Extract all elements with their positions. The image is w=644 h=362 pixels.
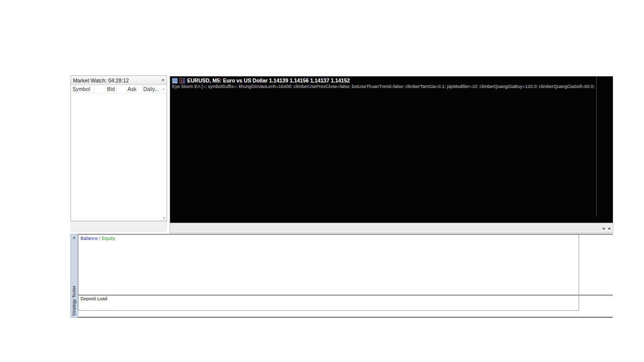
deposit-svg: [78, 296, 579, 309]
market-watch-panel: Market Watch: 04:28:12 × Symbol Bid Ask …: [70, 75, 167, 232]
market-watch-rows: ˅: [71, 94, 167, 222]
column-daily[interactable]: Daily...: [138, 86, 160, 92]
tester-value-axis: [587, 234, 612, 314]
chart-tab-bar: ◂ ▸: [170, 223, 613, 233]
divider: [78, 317, 613, 318]
time-axis[interactable]: [170, 216, 613, 223]
tab-scroll-left-icon[interactable]: ◂: [602, 226, 605, 231]
strategy-tester-panel: × Strategy Tester Balance / Equity Depos…: [70, 234, 613, 319]
close-icon[interactable]: ×: [162, 77, 165, 83]
legend-equity: Equity: [102, 235, 115, 241]
tester-date-axis[interactable]: [78, 311, 613, 317]
chart-window: EURUSD, M5: Euro vs US Dollar 1.14139 1.…: [170, 76, 613, 233]
column-symbol[interactable]: Symbol: [71, 86, 94, 92]
balance-svg: [78, 235, 579, 294]
tab-scroll-arrows: ◂ ▸: [599, 223, 611, 233]
chart-titlebar: EURUSD, M5: Euro vs US Dollar 1.14139 1.…: [170, 76, 596, 84]
close-icon[interactable]: ×: [71, 235, 77, 241]
market-watch-tabs: [70, 221, 167, 232]
market-watch-column-header[interactable]: Symbol Bid Ask Daily... ˄: [71, 85, 167, 94]
price-axis[interactable]: [596, 76, 613, 216]
tab-scroll-right-icon[interactable]: ▸: [608, 226, 611, 231]
symbol-list-icon[interactable]: [172, 78, 178, 83]
balance-equity-chart[interactable]: Balance / Equity: [78, 235, 579, 296]
tester-side-strip: × Strategy Tester: [70, 234, 78, 318]
legend-balance: Balance: [80, 235, 98, 241]
chart-title: EURUSD, M5: Euro vs US Dollar 1.14139 1.…: [187, 77, 350, 83]
scroll-down-icon[interactable]: ˅: [163, 216, 166, 221]
deposit-load-chart[interactable]: Deposit Load: [78, 296, 579, 311]
market-watch-titlebar: Market Watch: 04:28:12 ×: [71, 76, 167, 85]
ea-parameters-text: Eye Storm EA [=; symbolSuffix=; khungGio…: [172, 84, 595, 89]
chart-plot-area[interactable]: EURUSD, M5: Euro vs US Dollar 1.14139 1.…: [170, 76, 596, 216]
candlestick-svg: [170, 76, 596, 216]
tester-main-area: Balance / Equity Deposit Load: [78, 234, 613, 319]
column-ask[interactable]: Ask: [116, 86, 138, 92]
scroll-up-icon[interactable]: ˄: [160, 87, 167, 92]
chart-type-icon[interactable]: [180, 78, 185, 83]
balance-equity-legend: Balance / Equity: [80, 235, 115, 241]
screenshot-root: Market Watch: 04:28:12 × Symbol Bid Ask …: [0, 0, 644, 362]
tester-panel-label: Strategy Tester: [71, 286, 76, 316]
market-watch-title: Market Watch: 04:28:12: [73, 77, 129, 83]
column-bid[interactable]: Bid: [94, 86, 116, 92]
deposit-load-label: Deposit Load: [80, 296, 107, 301]
